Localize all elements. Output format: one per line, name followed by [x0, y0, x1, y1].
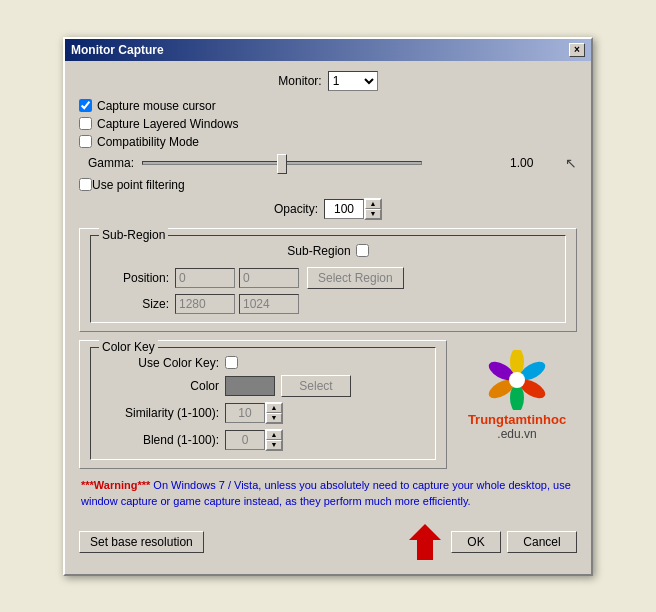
point-filter-label: Use point filtering [92, 178, 185, 192]
opacity-spinbox: ▲ ▼ [324, 198, 382, 220]
use-colorkey-checkbox[interactable] [225, 356, 238, 369]
capture-mouse-label: Capture mouse cursor [97, 99, 216, 113]
blend-input[interactable] [225, 430, 265, 450]
colorkey-group: Color Key Use Color Key: Color Select [79, 340, 447, 469]
position-y-input[interactable] [239, 268, 299, 288]
opacity-down-button[interactable]: ▼ [365, 209, 381, 219]
svg-marker-7 [409, 524, 441, 560]
color-label: Color [99, 379, 219, 393]
compatibility-mode-checkbox[interactable] [79, 135, 92, 148]
compatibility-mode-row: Compatibility Mode [79, 135, 577, 149]
dialog-title: Monitor Capture [71, 43, 164, 57]
similarity-spinbox: ▲ ▼ [225, 402, 283, 424]
capture-mouse-row: Capture mouse cursor [79, 99, 577, 113]
opacity-up-button[interactable]: ▲ [365, 199, 381, 209]
watermark-logo [482, 350, 552, 410]
footer-right: OK Cancel [405, 524, 577, 560]
footer-left: Set base resolution [79, 531, 204, 553]
svg-point-6 [509, 372, 525, 388]
subregion-group-label: Sub-Region [99, 228, 168, 242]
monitor-capture-dialog: Monitor Capture × Monitor: 1 2 3 Capture… [63, 37, 593, 576]
point-filter-row: Use point filtering [79, 178, 577, 192]
blend-up-button[interactable]: ▲ [266, 430, 282, 440]
watermark-name: Trungtamtinhoc [468, 412, 566, 427]
blend-spinbox: ▲ ▼ [225, 429, 283, 451]
cancel-button[interactable]: Cancel [507, 531, 577, 553]
subregion-content: Sub-Region Position: Select Region Size: [99, 244, 557, 314]
point-filter-checkbox[interactable] [79, 178, 92, 191]
colorkey-content: Use Color Key: Color Select Similarity (… [99, 356, 427, 451]
subregion-group-inner: Sub-Region Sub-Region Position: Select R… [90, 235, 566, 323]
watermark-text: Trungtamtinhoc [468, 412, 566, 427]
colorkey-group-label: Color Key [99, 340, 158, 354]
compatibility-mode-label: Compatibility Mode [97, 135, 199, 149]
capture-layered-label: Capture Layered Windows [97, 117, 238, 131]
use-colorkey-row: Use Color Key: [99, 356, 427, 370]
warning-bold: ***Warning*** [81, 479, 150, 491]
position-row: Position: Select Region [99, 267, 557, 289]
subregion-checkbox-row: Sub-Region [99, 244, 557, 258]
capture-layered-row: Capture Layered Windows [79, 117, 577, 131]
color-row: Color Select [99, 375, 427, 397]
close-button[interactable]: × [569, 43, 585, 57]
similarity-row: Similarity (1-100): ▲ ▼ [99, 402, 427, 424]
monitor-select[interactable]: 1 2 3 [328, 71, 378, 91]
use-colorkey-label: Use Color Key: [99, 356, 219, 370]
cursor-icon: ↖ [565, 155, 577, 171]
watermark-sub: .edu.vn [497, 427, 536, 441]
similarity-up-button[interactable]: ▲ [266, 403, 282, 413]
similarity-input[interactable] [225, 403, 265, 423]
colorkey-group-inner: Color Key Use Color Key: Color Select [90, 347, 436, 460]
monitor-label: Monitor: [278, 74, 321, 88]
select-region-button[interactable]: Select Region [307, 267, 404, 289]
size-label: Size: [99, 297, 169, 311]
gamma-slider[interactable] [142, 153, 422, 173]
size-w-input[interactable] [175, 294, 235, 314]
opacity-label: Opacity: [274, 202, 318, 216]
warning-text: ***Warning*** On Windows 7 / Vista, unle… [79, 477, 577, 510]
subregion-checkbox[interactable] [356, 244, 369, 257]
color-swatch [225, 376, 275, 396]
gamma-value: 1.00 [510, 156, 545, 170]
capture-layered-checkbox[interactable] [79, 117, 92, 130]
ok-button[interactable]: OK [451, 531, 501, 553]
warning-normal: On Windows 7 / Vista, unless you absolut… [81, 479, 571, 508]
blend-label: Blend (1-100): [99, 433, 219, 447]
gamma-label: Gamma: [79, 156, 134, 170]
monitor-row: Monitor: 1 2 3 [79, 71, 577, 91]
color-select-button[interactable]: Select [281, 375, 351, 397]
blend-spin-buttons: ▲ ▼ [265, 429, 283, 451]
opacity-row: Opacity: ▲ ▼ [79, 198, 577, 220]
similarity-down-button[interactable]: ▼ [266, 413, 282, 423]
blend-down-button[interactable]: ▼ [266, 440, 282, 450]
gamma-slider-container [142, 153, 500, 173]
similarity-spin-buttons: ▲ ▼ [265, 402, 283, 424]
dialog-body: Monitor: 1 2 3 Capture mouse cursor Capt… [65, 61, 591, 574]
subregion-group: Sub-Region Sub-Region Position: Select R… [79, 228, 577, 332]
opacity-input[interactable] [324, 199, 364, 219]
subregion-checkbox-label: Sub-Region [287, 244, 350, 258]
size-row: Size: [99, 294, 557, 314]
footer: Set base resolution OK Cancel [79, 520, 577, 564]
title-bar: Monitor Capture × [65, 39, 591, 61]
position-x-input[interactable] [175, 268, 235, 288]
similarity-label: Similarity (1-100): [99, 406, 219, 420]
gamma-row: Gamma: 1.00 ↖ [79, 153, 577, 173]
capture-mouse-checkbox[interactable] [79, 99, 92, 112]
position-label: Position: [99, 271, 169, 285]
blend-row: Blend (1-100): ▲ ▼ [99, 429, 427, 451]
opacity-spin-buttons: ▲ ▼ [364, 198, 382, 220]
set-base-resolution-button[interactable]: Set base resolution [79, 531, 204, 553]
size-h-input[interactable] [239, 294, 299, 314]
watermark: Trungtamtinhoc .edu.vn [457, 340, 577, 441]
red-arrow-icon [405, 524, 445, 560]
